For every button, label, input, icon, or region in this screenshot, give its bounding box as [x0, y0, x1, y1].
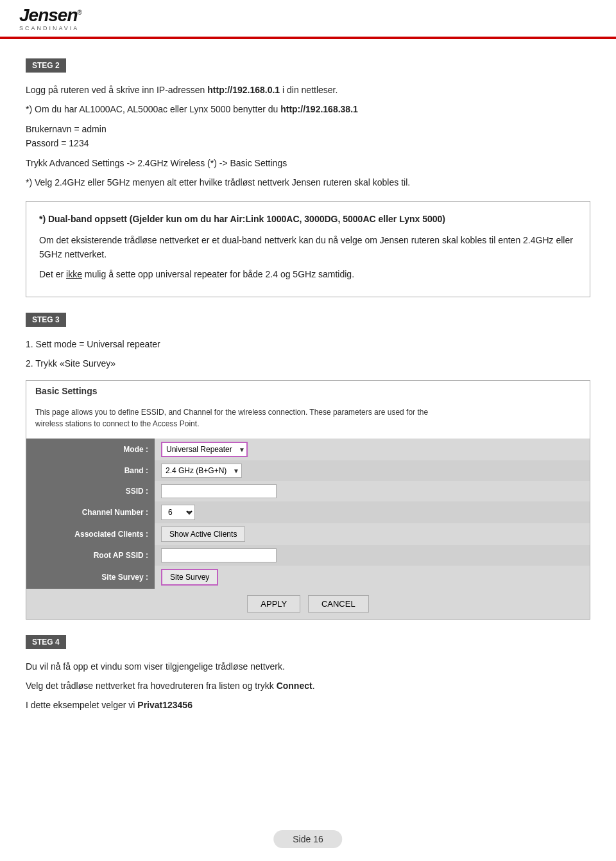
- ssid-label: SSID :: [26, 481, 155, 501]
- show-active-clients-button[interactable]: Show Active Clients: [161, 526, 245, 542]
- step4-section: STEG 4 Du vil nå få opp et vindu som vis…: [26, 635, 590, 713]
- step2-line5: Trykk Advanced Settings -> 2.4GHz Wirele…: [26, 156, 590, 170]
- panel-desc: This page allows you to define ESSID, an…: [26, 401, 590, 439]
- site-survey-button[interactable]: Site Survey: [161, 569, 218, 586]
- settings-table: Mode : Universal Repeater Band :: [26, 439, 590, 589]
- header: Jensen® SCANDINAVIA: [0, 0, 616, 39]
- page-footer: Side 16: [273, 830, 342, 848]
- apply-button[interactable]: APPLY: [247, 595, 300, 613]
- site-survey-label: Site Survey :: [26, 566, 155, 589]
- root-ap-ssid-label: Root AP SSID :: [26, 545, 155, 566]
- associated-clients-label: Associated Clients :: [26, 523, 155, 545]
- info-box: *) Dual-band oppsett (Gjelder kun om du …: [26, 201, 590, 297]
- step4-line1: Du vil nå få opp et vindu som viser tilg…: [26, 659, 590, 674]
- associated-clients-cell: Show Active Clients: [155, 523, 590, 545]
- band-cell: 2.4 GHz (B+G+N): [155, 460, 590, 481]
- logo: Jensen® SCANDINAVIA: [19, 6, 81, 31]
- mode-label: Mode :: [26, 439, 155, 460]
- step4-line2: Velg det trådløse nettverket fra hovedru…: [26, 679, 590, 693]
- site-survey-cell: Site Survey: [155, 566, 590, 589]
- infobox-para2: Det er ikke mulig å sette opp universal …: [39, 267, 577, 281]
- mode-select-wrapper[interactable]: Universal Repeater: [161, 442, 248, 457]
- table-row: Root AP SSID :: [26, 545, 590, 566]
- cancel-button[interactable]: CANCEL: [308, 595, 369, 613]
- step3-badge: STEG 3: [26, 313, 66, 327]
- channel-select-wrapper[interactable]: 6: [161, 505, 195, 520]
- step3-item1: 1. Sett mode = Universal repeater: [26, 337, 590, 351]
- step3-item2: 2. Trykk «Site Survey»: [26, 356, 590, 370]
- step2-line2: *) Om du har AL1000AC, AL5000ac eller Ly…: [26, 102, 590, 116]
- table-row: SSID :: [26, 481, 590, 501]
- step2-line3: Brukernavn = adminPassord = 1234: [26, 122, 590, 151]
- step2-line1: Logg på ruteren ved å skrive inn IP-adre…: [26, 83, 590, 97]
- step2-badge: STEG 2: [26, 58, 66, 73]
- ssid-cell: [155, 481, 590, 501]
- mode-select[interactable]: Universal Repeater: [161, 442, 248, 457]
- step3-section: STEG 3 1. Sett mode = Universal repeater…: [26, 313, 590, 620]
- panel-title: Basic Settings: [26, 381, 590, 401]
- logo-scandinavia: SCANDINAVIA: [19, 26, 81, 31]
- band-select[interactable]: 2.4 GHz (B+G+N): [161, 464, 242, 478]
- main-content: STEG 2 Logg på ruteren ved å skrive inn …: [0, 39, 616, 747]
- channel-select[interactable]: 6: [161, 505, 195, 520]
- page-number: Side 16: [293, 834, 323, 844]
- channel-cell: 6: [155, 501, 590, 523]
- root-ap-ssid-cell: [155, 545, 590, 566]
- step2-line6: *) Velg 2.4GHz eller 5GHz menyen alt ett…: [26, 175, 590, 189]
- band-label: Band :: [26, 460, 155, 481]
- infobox-title: *) Dual-band oppsett (Gjelder kun om du …: [39, 212, 577, 226]
- infobox-para1: Om det eksisterende trådløse nettverket …: [39, 233, 577, 262]
- table-row: Associated Clients : Show Active Clients: [26, 523, 590, 545]
- table-row: Site Survey : Site Survey: [26, 566, 590, 589]
- root-ap-ssid-input[interactable]: [161, 548, 277, 562]
- step2-section: STEG 2 Logg på ruteren ved å skrive inn …: [26, 58, 590, 297]
- step4-line3: I dette eksempelet velger vi Privat12345…: [26, 698, 590, 712]
- band-select-wrapper[interactable]: 2.4 GHz (B+G+N): [161, 464, 242, 478]
- table-row: Mode : Universal Repeater: [26, 439, 590, 460]
- router-panel: Basic Settings This page allows you to d…: [26, 380, 590, 620]
- table-row: Channel Number : 6: [26, 501, 590, 523]
- mode-cell: Universal Repeater: [155, 439, 590, 460]
- logo-name: Jensen®: [19, 6, 81, 24]
- panel-buttons: APPLY CANCEL: [26, 589, 590, 619]
- table-row: Band : 2.4 GHz (B+G+N): [26, 460, 590, 481]
- ssid-input[interactable]: [161, 484, 277, 498]
- channel-label: Channel Number :: [26, 501, 155, 523]
- step4-badge: STEG 4: [26, 635, 66, 649]
